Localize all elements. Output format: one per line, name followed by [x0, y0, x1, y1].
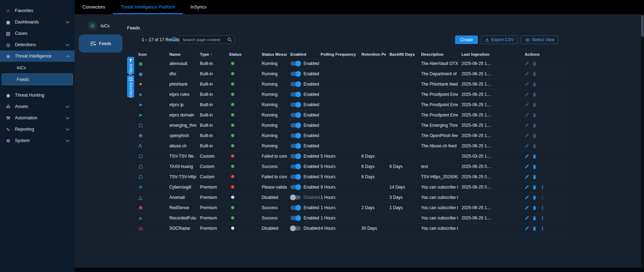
create-button[interactable]: Create: [455, 36, 478, 44]
sidebar-item-cases[interactable]: ▤Cases: [0, 28, 75, 39]
enabled-toggle[interactable]: [290, 72, 301, 76]
edit-icon[interactable]: [525, 113, 529, 117]
column-header-actions[interactable]: Actions: [521, 52, 564, 56]
enabled-toggle[interactable]: [290, 92, 301, 97]
column-header-status-message[interactable]: Status Message: [258, 52, 287, 56]
delete-icon[interactable]: [533, 164, 536, 169]
edit-icon[interactable]: [525, 175, 529, 179]
sidebar-item-system[interactable]: ⚙System: [0, 135, 75, 146]
subnav-feeds[interactable]: Feeds: [79, 34, 122, 53]
sidebar-item-dashboards[interactable]: ▣Dashboards: [0, 16, 75, 28]
column-header-icon[interactable]: Icon: [135, 52, 166, 56]
top-tab-bar: ConnectorsThreat Intelligence PlatformIn…: [75, 0, 644, 14]
column-header-status[interactable]: Status: [225, 52, 258, 56]
edit-icon[interactable]: [525, 92, 529, 97]
delete-icon[interactable]: [533, 134, 536, 138]
enabled-label: Enabled: [304, 133, 319, 138]
column-header-retention-period[interactable]: Retention Period: [358, 52, 386, 56]
delete-icon[interactable]: [533, 82, 536, 87]
toggle-knob: [295, 184, 301, 190]
sidebar-item-threat-hunting[interactable]: ◉Threat Hunting: [0, 89, 75, 101]
edit-icon[interactable]: [525, 103, 529, 107]
delete-icon[interactable]: [533, 113, 536, 118]
edit-icon[interactable]: [525, 123, 529, 127]
column-header-last-ingestion[interactable]: Last Ingestion: [458, 52, 521, 56]
subnav-iocs[interactable]: IoCs: [88, 21, 110, 31]
edit-icon[interactable]: [525, 144, 529, 148]
tab-threat-intelligence-platform[interactable]: Threat Intelligence Platform: [113, 0, 183, 14]
enabled-toggle[interactable]: [290, 216, 301, 220]
delete-icon[interactable]: [533, 92, 536, 97]
sidebar-item-detections[interactable]: ◎Detections: [0, 39, 75, 50]
edit-icon[interactable]: [525, 226, 529, 230]
edit-icon[interactable]: [525, 61, 529, 66]
column-header-polling-frequency[interactable]: Polling Frequency: [317, 52, 358, 56]
columns-tab[interactable]: Columns: [127, 75, 134, 97]
edit-icon[interactable]: [525, 134, 529, 138]
enabled-toggle[interactable]: [290, 154, 301, 158]
select-view-button[interactable]: Select View: [521, 36, 558, 44]
edit-icon[interactable]: [525, 154, 529, 158]
enabled-toggle[interactable]: [290, 82, 301, 86]
delete-icon[interactable]: [533, 226, 536, 231]
sidebar-item-threat-intelligence[interactable]: ⊕Threat Intelligence: [0, 50, 75, 62]
more-actions-icon[interactable]: ⋮: [540, 226, 545, 231]
enabled-toggle[interactable]: [290, 185, 301, 189]
column-header-enabled[interactable]: Enabled: [287, 52, 317, 56]
sidebar-subitem-iocs[interactable]: IoCs: [0, 62, 75, 74]
delete-icon[interactable]: [533, 61, 536, 66]
sidebar-item-assets[interactable]: ⁂Assets: [0, 101, 75, 112]
delete-icon[interactable]: [533, 72, 536, 76]
enabled-toggle[interactable]: [290, 61, 301, 66]
more-actions-icon[interactable]: ⋮: [540, 195, 545, 200]
tab-connectors[interactable]: Connectors: [75, 0, 113, 14]
column-header-backfill-days[interactable]: Backfill Days: [386, 52, 417, 56]
refresh-button[interactable]: [171, 37, 176, 43]
delete-icon[interactable]: [533, 144, 536, 148]
delete-icon[interactable]: [533, 216, 536, 221]
cell-actions: [521, 164, 564, 169]
export-csv-button[interactable]: Export CSV: [481, 36, 518, 44]
more-actions-icon[interactable]: ⋮: [540, 205, 545, 210]
delete-icon[interactable]: [533, 206, 536, 210]
edit-icon[interactable]: [525, 206, 529, 210]
enabled-toggle[interactable]: [290, 226, 301, 230]
delete-icon[interactable]: [533, 175, 536, 179]
edit-icon[interactable]: [525, 216, 529, 220]
enabled-toggle[interactable]: [290, 206, 301, 210]
tab-insyncs[interactable]: InSyncs: [183, 0, 214, 14]
column-header-type[interactable]: Type ↑: [196, 52, 225, 56]
delete-icon[interactable]: [533, 123, 536, 128]
column-header-name[interactable]: Name: [166, 52, 196, 56]
delete-icon[interactable]: [533, 103, 536, 107]
edit-icon[interactable]: [525, 195, 529, 200]
search-input[interactable]: [180, 38, 227, 42]
filters-tab[interactable]: Filters: [127, 57, 134, 74]
enabled-toggle[interactable]: [290, 134, 301, 138]
sidebar-item-automation[interactable]: ⚒Automation: [0, 112, 75, 124]
edit-icon[interactable]: [525, 82, 529, 86]
scrollbar-thumb[interactable]: [641, 15, 644, 37]
enabled-toggle[interactable]: [290, 123, 301, 127]
more-actions-icon[interactable]: ⋮: [540, 185, 545, 190]
enabled-toggle[interactable]: [290, 103, 301, 107]
vertical-scrollbar[interactable]: [641, 14, 644, 268]
sidebar-item-favorites[interactable]: ☆Favorites: [0, 5, 75, 16]
delete-icon[interactable]: [533, 185, 536, 190]
more-actions-icon[interactable]: ⋮: [540, 216, 545, 221]
delete-icon[interactable]: [533, 154, 536, 159]
edit-icon[interactable]: [525, 72, 529, 76]
cell-type: Custom: [196, 164, 225, 169]
sidebar-item-reporting[interactable]: ∿Reporting: [0, 124, 75, 135]
enabled-toggle[interactable]: [290, 144, 301, 148]
edit-icon[interactable]: [525, 185, 529, 189]
enabled-toggle[interactable]: [290, 113, 301, 117]
column-header-description[interactable]: Description: [417, 52, 458, 56]
enabled-toggle[interactable]: [290, 195, 301, 200]
delete-icon[interactable]: [533, 195, 536, 200]
reporting-icon: ∿: [5, 127, 11, 132]
sidebar-subitem-feeds[interactable]: Feeds: [2, 74, 73, 85]
edit-icon[interactable]: [525, 164, 529, 169]
enabled-toggle[interactable]: [290, 175, 301, 179]
enabled-toggle[interactable]: [290, 164, 301, 169]
